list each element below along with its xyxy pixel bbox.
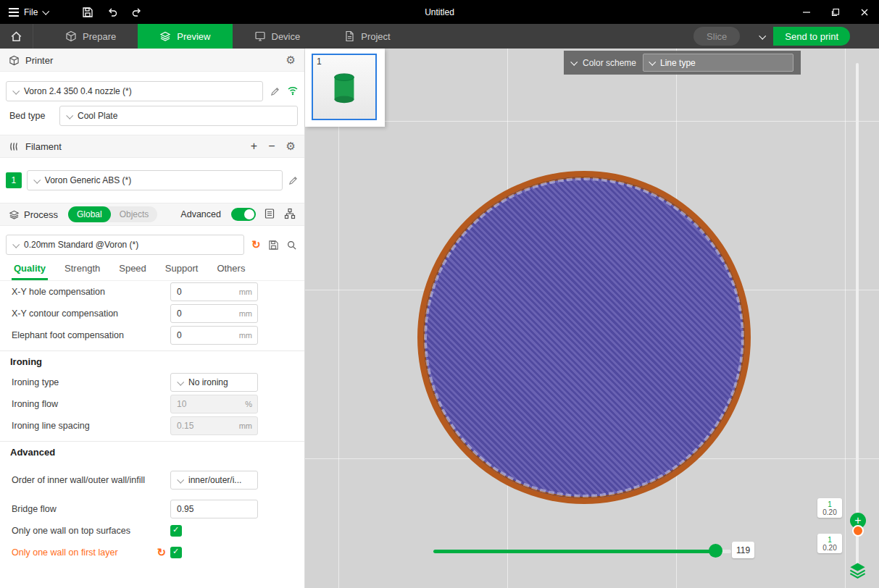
- setting-label: Only one wall on top surfaces: [12, 525, 170, 537]
- color-scheme-value: Line type: [660, 58, 696, 68]
- home-button[interactable]: [0, 24, 33, 49]
- redo-button[interactable]: [126, 3, 148, 22]
- plate-number-label: 1: [317, 56, 322, 67]
- maximize-button[interactable]: [821, 0, 850, 24]
- tab-quality[interactable]: Quality: [4, 257, 55, 280]
- tab-others[interactable]: Others: [207, 257, 254, 280]
- parameter-list-icon[interactable]: [264, 208, 275, 222]
- advanced-mode-toggle[interactable]: [231, 208, 256, 221]
- file-menu[interactable]: File: [0, 0, 57, 24]
- prepare-icon: [65, 30, 77, 42]
- chevron-down-icon: [33, 176, 41, 183]
- scope-objects-pill[interactable]: Objects: [111, 206, 158, 222]
- scope-global-pill[interactable]: Global: [68, 206, 111, 222]
- setting-label: Ironing type: [12, 377, 170, 389]
- main-navbar: Prepare Preview Device Project Slice Sen: [0, 24, 879, 49]
- remove-filament-button[interactable]: [268, 140, 275, 153]
- filament-slot-badge[interactable]: 1: [6, 172, 22, 188]
- plate-thumbnail[interactable]: 1: [312, 54, 377, 120]
- collapse-legend-icon[interactable]: [570, 59, 578, 66]
- wall-order-select[interactable]: inner/outer/i...: [170, 471, 258, 490]
- printer-settings-button[interactable]: [286, 54, 296, 67]
- setting-row-xy-contour: X-Y contour compensation mm: [0, 303, 304, 324]
- sliced-model-top-view[interactable]: [417, 171, 751, 504]
- filament-icon: [9, 141, 20, 152]
- setting-row-elephant-foot: Elephant foot compensation mm: [0, 324, 304, 346]
- one-wall-first-checkbox[interactable]: [170, 547, 182, 558]
- move-slider-handle[interactable]: [709, 544, 722, 558]
- save-preset-button[interactable]: [268, 240, 279, 251]
- tab-prepare-label: Prepare: [83, 31, 116, 42]
- setting-label: X-Y hole compensation: [12, 286, 170, 298]
- move-slider-track[interactable]: [433, 550, 731, 553]
- reset-setting-button[interactable]: [157, 546, 166, 559]
- layer-number: 1: [828, 536, 832, 544]
- wall-order-value: inner/outer/i...: [188, 475, 241, 485]
- hamburger-icon: [9, 8, 19, 17]
- process-graph-icon[interactable]: [284, 208, 296, 222]
- setting-label: Order of inner wall/outer wall/infill: [12, 474, 170, 487]
- elephant-foot-compensation-input[interactable]: [170, 326, 258, 345]
- save-button[interactable]: [77, 3, 99, 22]
- window-title: Untitled: [425, 7, 454, 17]
- tab-speed[interactable]: Speed: [109, 257, 156, 280]
- file-menu-label: File: [24, 7, 38, 17]
- wifi-icon[interactable]: [287, 85, 299, 98]
- tab-support[interactable]: Support: [156, 257, 208, 280]
- layer-height: 0.20: [822, 544, 836, 552]
- setting-label: Ironing line spacing: [12, 420, 170, 432]
- send-to-print-button[interactable]: Send to print: [773, 27, 850, 46]
- reset-process-button[interactable]: [251, 238, 261, 251]
- titlebar: File Untitled: [0, 0, 879, 24]
- process-tab-bar: Quality Strength Speed Support Others: [0, 256, 304, 281]
- maximize-icon: [831, 8, 840, 17]
- chevron-down-icon: [66, 112, 73, 119]
- search-settings-button[interactable]: [286, 240, 297, 251]
- bridge-flow-input[interactable]: [170, 500, 258, 518]
- process-preset-select[interactable]: 0.20mm Standard @Voron (*): [6, 235, 244, 255]
- layers-view-button[interactable]: [848, 560, 867, 579]
- settings-list: X-Y hole compensation mm X-Y contour com…: [0, 281, 304, 563]
- undo-button[interactable]: [101, 3, 123, 22]
- edit-printer-button[interactable]: [270, 86, 280, 97]
- bed-type-select[interactable]: Cool Plate: [59, 106, 298, 126]
- tab-prepare[interactable]: Prepare: [43, 24, 138, 49]
- filament-settings-button[interactable]: [286, 140, 296, 153]
- layer-slider-handle[interactable]: [852, 525, 864, 537]
- setting-row-ironing-flow: Ironing flow %: [0, 393, 304, 415]
- preview-icon: [159, 30, 171, 42]
- slice-button[interactable]: Slice: [693, 27, 740, 46]
- xy-contour-compensation-input[interactable]: [170, 304, 258, 323]
- tab-strength[interactable]: Strength: [55, 257, 109, 280]
- bed-type-label: Bed type: [6, 111, 59, 121]
- tab-device[interactable]: Device: [233, 24, 322, 49]
- edit-filament-button[interactable]: [288, 175, 299, 186]
- setting-row-ironing-type: Ironing type No ironing: [0, 371, 304, 393]
- minimize-icon: [802, 8, 811, 17]
- one-wall-top-checkbox[interactable]: [170, 525, 182, 537]
- close-button[interactable]: [850, 0, 879, 24]
- setting-label: Elephant foot compensation: [12, 329, 170, 342]
- setting-row-one-wall-top: Only one wall on top surfaces: [0, 520, 304, 542]
- filament-preset-select[interactable]: Voron Generic ABS (*): [27, 170, 283, 190]
- color-scheme-select[interactable]: Line type: [643, 54, 793, 72]
- ironing-type-select[interactable]: No ironing: [170, 373, 258, 392]
- process-scope-toggle: Global Objects: [68, 206, 157, 222]
- chevron-down-icon: [759, 32, 766, 39]
- tab-preview[interactable]: Preview: [138, 24, 232, 49]
- layer-slider-track[interactable]: [856, 63, 859, 564]
- minimize-button[interactable]: [792, 0, 821, 24]
- layer-number: 1: [828, 500, 832, 508]
- color-scheme-label: Color scheme: [583, 58, 636, 68]
- bed-type-value: Cool Plate: [78, 111, 117, 121]
- xy-hole-compensation-input[interactable]: [170, 282, 258, 301]
- process-section-header: Process Global Objects Advanced: [0, 203, 304, 226]
- preview-3d-viewport[interactable]: 1 Color scheme Line type: [305, 49, 879, 588]
- redo-icon: [131, 7, 143, 18]
- save-icon: [82, 7, 93, 18]
- printer-preset-select[interactable]: Voron 2.4 350 0.4 nozzle (*): [6, 81, 263, 101]
- tab-project[interactable]: Project: [322, 24, 412, 49]
- send-options-button[interactable]: [751, 27, 772, 46]
- save-preset-icon: [268, 240, 279, 251]
- add-filament-button[interactable]: [251, 140, 257, 153]
